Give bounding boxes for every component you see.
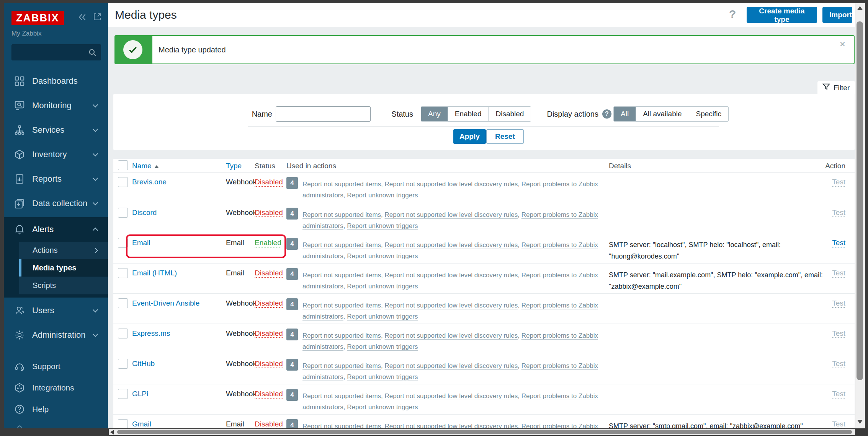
row-checkbox[interactable]	[118, 268, 128, 278]
sidebar-item-alerts[interactable]: Alerts	[4, 217, 108, 242]
test-link[interactable]: Test	[832, 390, 845, 398]
sidebar-item-dashboards[interactable]: Dashboards	[4, 69, 108, 93]
action-link[interactable]: Report unknown triggers	[347, 343, 418, 350]
filter-tab[interactable]: Filter	[817, 81, 855, 94]
action-link[interactable]: Report not supported low level discovery…	[385, 392, 518, 400]
action-link[interactable]: Report unknown triggers	[347, 222, 418, 229]
media-type-name-link[interactable]: GitHub	[132, 360, 155, 368]
sort-by-name-link[interactable]: Name	[132, 162, 152, 170]
sidebar-item-media-types[interactable]: Media types	[19, 259, 108, 277]
media-type-name-link[interactable]: GLPi	[132, 390, 148, 398]
action-link[interactable]: Report unknown triggers	[347, 283, 418, 290]
sidebar-item-inventory[interactable]: Inventory	[4, 142, 108, 167]
action-link[interactable]: Report unknown triggers	[347, 373, 418, 381]
search-input[interactable]	[16, 45, 87, 60]
action-link[interactable]: Report unknown triggers	[347, 313, 418, 320]
scroll-down-icon[interactable]	[857, 420, 863, 424]
action-link[interactable]: Report not supported low level discovery…	[385, 181, 518, 188]
close-message-icon[interactable]: ×	[840, 38, 845, 50]
action-link[interactable]: Report not supported low level discovery…	[385, 302, 518, 309]
sidebar-item-users[interactable]: Users	[4, 298, 108, 323]
test-link[interactable]: Test	[832, 420, 845, 428]
action-link[interactable]: Report not supported items	[302, 241, 381, 249]
action-link[interactable]: Report unknown triggers	[347, 403, 418, 411]
status-toggle-link[interactable]: Enabled	[255, 239, 281, 247]
media-type-name-link[interactable]: Event-Driven Ansible	[132, 299, 199, 307]
action-link[interactable]: Report not supported items	[302, 392, 381, 400]
media-type-name-link[interactable]: Email	[132, 239, 150, 247]
reset-button[interactable]: Reset	[486, 129, 524, 144]
sidebar-item-help[interactable]: Help	[4, 399, 108, 420]
sidebar-item-actions[interactable]: Actions	[19, 242, 108, 259]
status-toggle-link[interactable]: Disabled	[255, 269, 283, 277]
sidebar-item-reports[interactable]: Reports	[4, 167, 108, 191]
page-help-icon[interactable]: ?	[729, 8, 736, 21]
status-option-any[interactable]: Any	[421, 107, 448, 121]
action-link[interactable]: Report not supported items	[302, 181, 381, 188]
sidebar-item-data-collection[interactable]: Data collection	[4, 191, 108, 216]
action-link[interactable]: Report not supported low level discovery…	[385, 211, 518, 218]
row-checkbox[interactable]	[118, 298, 128, 308]
action-link[interactable]: Report not supported items	[302, 211, 381, 218]
select-all-checkbox[interactable]	[118, 160, 128, 170]
action-link[interactable]: Report not supported low level discovery…	[385, 272, 518, 279]
row-checkbox[interactable]	[118, 419, 128, 429]
sidebar-item-support[interactable]: Support	[4, 356, 108, 377]
status-toggle-link[interactable]: Disabled	[255, 208, 283, 217]
sidebar-item-administration[interactable]: Administration	[4, 323, 108, 347]
media-type-name-link[interactable]: Email (HTML)	[132, 269, 177, 277]
action-link[interactable]: Report not supported items	[302, 362, 381, 369]
action-link[interactable]: Report unknown triggers	[347, 252, 418, 260]
status-toggle-link[interactable]: Disabled	[255, 420, 283, 428]
status-toggle-link[interactable]: Disabled	[255, 360, 283, 368]
media-type-name-link[interactable]: Discord	[132, 208, 157, 217]
name-filter-input[interactable]	[276, 106, 371, 122]
action-link[interactable]: Report not supported low level discovery…	[385, 362, 518, 369]
vertical-scrollbar-thumb[interactable]	[857, 21, 863, 380]
action-link[interactable]: Report not supported low level discovery…	[385, 241, 518, 249]
test-link[interactable]: Test	[832, 360, 845, 368]
test-link[interactable]: Test	[832, 178, 845, 186]
row-checkbox[interactable]	[118, 238, 128, 248]
media-type-name-link[interactable]: Gmail	[132, 420, 151, 428]
status-toggle-link[interactable]: Disabled	[255, 390, 283, 398]
collapse-sidebar-icon[interactable]	[77, 12, 87, 24]
horizontal-scrollbar-thumb[interactable]	[117, 430, 852, 434]
display-actions-option-all-available[interactable]: All available	[636, 107, 689, 121]
action-link[interactable]: Report unknown triggers	[347, 192, 418, 199]
action-link[interactable]: Report not supported items	[302, 272, 381, 279]
sidebar-item-services[interactable]: Services	[4, 118, 108, 142]
row-checkbox[interactable]	[118, 177, 128, 187]
action-link[interactable]: Report not supported items	[302, 332, 381, 339]
status-toggle-link[interactable]: Disabled	[255, 178, 283, 186]
import-button[interactable]: Import	[822, 7, 852, 23]
sidebar-item-integrations[interactable]: Integrations	[4, 377, 108, 399]
action-link[interactable]: Report not supported items	[302, 302, 381, 309]
row-checkbox[interactable]	[118, 208, 128, 218]
media-type-name-link[interactable]: Brevis.one	[132, 178, 167, 186]
test-link[interactable]: Test	[832, 299, 845, 307]
display-actions-option-specific[interactable]: Specific	[689, 107, 729, 121]
status-toggle-link[interactable]: Disabled	[255, 299, 283, 307]
test-link[interactable]: Test	[832, 329, 845, 338]
test-link[interactable]: Test	[832, 269, 845, 277]
profile-name[interactable]: My Zabbix	[11, 30, 41, 37]
action-link[interactable]: Report not supported low level discovery…	[385, 332, 518, 339]
status-option-disabled[interactable]: Disabled	[489, 107, 531, 121]
test-link[interactable]: Test	[832, 208, 845, 217]
user-settings-icon[interactable]	[14, 424, 25, 428]
create-media-type-button[interactable]: Create media type	[747, 7, 817, 23]
scroll-up-icon[interactable]	[857, 6, 863, 10]
hide-sidebar-icon[interactable]	[93, 12, 102, 23]
sidebar-item-scripts[interactable]: Scripts	[19, 277, 108, 294]
media-type-name-link[interactable]: Express.ms	[132, 329, 170, 338]
row-checkbox[interactable]	[118, 389, 128, 399]
display-actions-option-all[interactable]: All	[614, 107, 636, 121]
sidebar-item-alerts[interactable]: Alerts	[4, 217, 108, 242]
display-actions-hint-icon[interactable]: ?	[602, 109, 611, 119]
test-link[interactable]: Test	[832, 239, 845, 247]
row-checkbox[interactable]	[118, 329, 128, 338]
status-option-enabled[interactable]: Enabled	[448, 107, 489, 121]
sort-by-type-link[interactable]: Type	[226, 162, 242, 170]
status-toggle-link[interactable]: Disabled	[255, 329, 283, 338]
